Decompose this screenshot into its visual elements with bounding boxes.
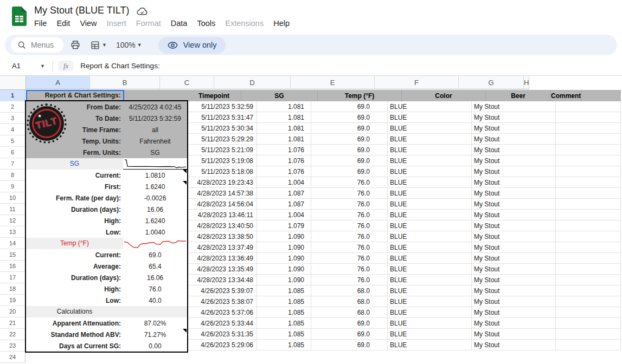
column-header-cell[interactable]: Beer (486, 90, 551, 101)
cell-beer[interactable]: My Stout (472, 285, 556, 296)
cell-timepoint[interactable]: 5/11/2023 5:29:29 (187, 134, 257, 145)
cell-comment[interactable] (556, 329, 621, 340)
cell-timepoint[interactable]: 5/11/2023 5:30:34 (187, 123, 257, 134)
row-number[interactable]: 23 (0, 340, 25, 352)
stat-value[interactable]: 40.0 (123, 297, 187, 304)
menu-item[interactable]: Edit (52, 18, 75, 29)
cell-comment[interactable] (556, 199, 621, 210)
menu-item[interactable]: Help (268, 18, 294, 29)
cell-temp[interactable]: 76.0 (311, 188, 388, 199)
cell-sg[interactable]: 1.090 (257, 264, 311, 275)
sg-sparkline-cell[interactable] (123, 158, 187, 170)
stat-value[interactable]: 71.27% (123, 331, 187, 339)
cell-beer[interactable]: My Stout (472, 166, 556, 177)
cell-sg[interactable]: 1.090 (257, 275, 311, 285)
cell-temp[interactable]: 69.0 (311, 145, 388, 155)
cell-comment[interactable] (556, 155, 621, 166)
cell-beer[interactable]: My Stout (472, 199, 556, 210)
cell-sg[interactable]: 1.085 (257, 296, 311, 307)
cell-color[interactable]: BLUE (388, 296, 472, 307)
stat-label[interactable]: Average: (26, 263, 123, 270)
row-number[interactable]: 11 (0, 204, 25, 215)
cell-comment[interactable] (556, 210, 621, 220)
cell-timepoint[interactable]: 4/26/2023 5:29:06 (187, 340, 257, 350)
cell-temp[interactable]: 69.0 (311, 166, 388, 177)
stat-value[interactable]: 87.02% (123, 320, 187, 327)
stat-value[interactable]: 0.00 (123, 342, 187, 350)
cell-temp[interactable]: 68.0 (311, 307, 388, 318)
cell-comment[interactable] (556, 296, 621, 307)
cell-color[interactable]: BLUE (388, 123, 472, 134)
cell-beer[interactable]: My Stout (472, 275, 556, 285)
stat-label[interactable]: Duration (days): (26, 274, 123, 282)
cell-beer[interactable]: My Stout (472, 307, 556, 318)
menu-item[interactable]: Insert (102, 18, 131, 29)
stat-value[interactable]: 69.0 (123, 251, 187, 259)
stat-label[interactable]: High: (26, 217, 123, 225)
row-number[interactable]: 10 (0, 192, 25, 204)
cell-timepoint[interactable]: 4/28/2023 19:23:43 (187, 177, 257, 188)
column-header[interactable]: C (160, 76, 214, 89)
stat-value[interactable]: 1.0810 (123, 172, 187, 179)
cell-beer[interactable]: My Stout (472, 264, 556, 275)
cell-comment[interactable] (556, 101, 621, 112)
chevron-down-icon[interactable]: ▼ (40, 63, 45, 69)
cell-sg[interactable]: 1.081 (257, 134, 311, 145)
cell-color[interactable]: BLUE (388, 329, 472, 340)
print-button[interactable] (67, 37, 84, 53)
cell-timepoint[interactable]: 5/11/2023 5:21:09 (187, 145, 257, 155)
column-header[interactable]: D (214, 76, 291, 89)
column-header[interactable]: H (524, 76, 529, 89)
cell-timepoint[interactable]: 4/26/2023 5:39:07 (187, 285, 257, 296)
cell-beer[interactable]: My Stout (472, 177, 556, 188)
cell-timepoint[interactable]: 4/26/2023 5:37:06 (187, 307, 257, 318)
cell-sg[interactable]: 1.004 (257, 210, 311, 220)
cell-sg[interactable]: 1.079 (257, 220, 311, 231)
cell-comment[interactable] (556, 318, 621, 329)
cell-beer[interactable]: My Stout (472, 145, 556, 155)
menus-search-button[interactable]: Menus (11, 37, 63, 53)
setting-value[interactable]: SG (123, 149, 187, 157)
cell-color[interactable]: BLUE (388, 145, 472, 155)
selected-cell-a1[interactable]: Report & Chart Settings: (26, 90, 124, 101)
cell-color[interactable]: BLUE (388, 318, 472, 329)
cell-comment[interactable] (556, 285, 621, 296)
temp-section-title[interactable]: Temp (°F) (26, 238, 123, 249)
stat-value[interactable]: 76.0 (123, 285, 187, 293)
row-number[interactable]: 21 (0, 317, 25, 329)
cell-timepoint[interactable]: 4/28/2023 13:35:49 (187, 264, 257, 275)
cell-color[interactable]: BLUE (388, 340, 472, 350)
cell-color[interactable]: BLUE (388, 264, 472, 275)
row-number[interactable]: 5 (0, 135, 25, 147)
cell-temp[interactable]: 76.0 (311, 242, 388, 253)
setting-value[interactable]: 4/25/2023 4:02:45 (123, 103, 187, 111)
cell-timepoint[interactable]: 5/11/2023 5:32:59 (187, 101, 257, 112)
cell-color[interactable]: BLUE (388, 188, 472, 199)
temp-sparkline-cell[interactable] (123, 238, 187, 249)
cell-comment[interactable] (556, 275, 621, 285)
cell-comment[interactable] (556, 177, 621, 188)
cell-comment[interactable] (556, 340, 621, 350)
stat-label[interactable]: Low: (26, 297, 123, 304)
menu-item[interactable]: Data (166, 18, 193, 29)
cell-temp[interactable]: 69.0 (311, 340, 388, 350)
row-number[interactable]: 19 (0, 295, 25, 306)
cell-temp[interactable]: 69.0 (311, 123, 388, 134)
stat-label[interactable]: First: (26, 183, 123, 191)
column-header[interactable]: G (459, 76, 524, 89)
cell-sg[interactable]: 1.085 (257, 318, 311, 329)
zoom-control[interactable]: 100% ▼ (116, 41, 142, 49)
cell-temp[interactable]: 76.0 (311, 210, 388, 220)
setting-value[interactable]: all (123, 126, 187, 134)
cell-timepoint[interactable]: 4/28/2023 13:46:11 (187, 210, 257, 220)
sheet-views-button[interactable]: ▼ (87, 37, 110, 53)
cell-timepoint[interactable]: 5/11/2023 5:31:47 (187, 112, 257, 123)
column-header[interactable]: B (90, 76, 160, 89)
cell-temp[interactable]: 76.0 (311, 264, 388, 275)
cell-beer[interactable]: My Stout (472, 155, 556, 166)
cell-sg[interactable]: 1.085 (257, 329, 311, 340)
cell-temp[interactable]: 76.0 (311, 253, 388, 264)
cell-beer[interactable]: My Stout (472, 296, 556, 307)
cell-timepoint[interactable]: 5/11/2023 5:18:08 (187, 166, 257, 177)
cell-sg[interactable]: 1.081 (257, 123, 311, 134)
